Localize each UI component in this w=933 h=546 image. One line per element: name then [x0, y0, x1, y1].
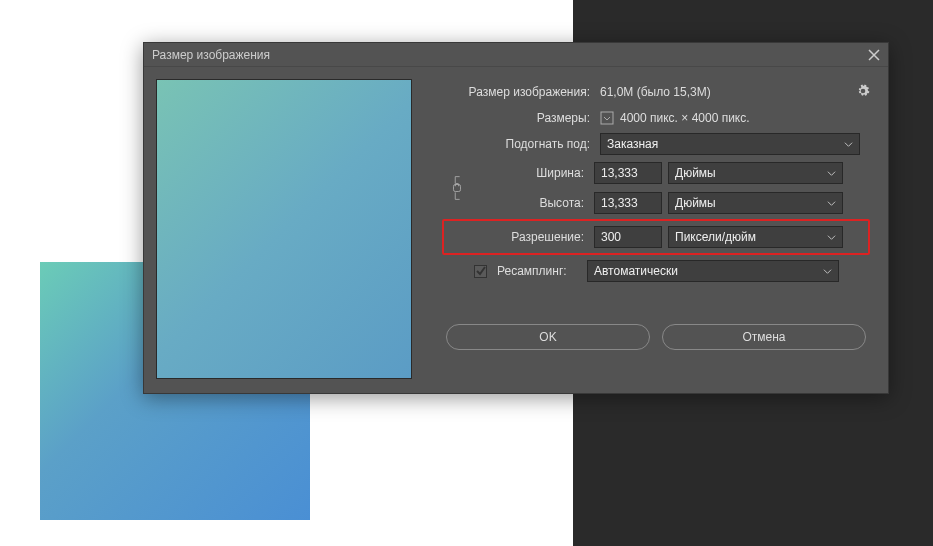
- resolution-highlight: Разрешение: 300 Пиксели/дюйм: [442, 219, 870, 255]
- fit-to-label: Подогнать под:: [442, 137, 594, 151]
- image-size-dialog: Размер изображения Размер изображения: 6…: [143, 42, 889, 394]
- resolution-label: Разрешение:: [448, 230, 588, 244]
- svg-rect-0: [601, 112, 613, 124]
- chevron-down-icon: [827, 233, 836, 242]
- chevron-down-icon: [823, 267, 832, 276]
- resample-method-select[interactable]: Автоматически: [587, 260, 839, 282]
- fit-to-value: Заказная: [607, 137, 658, 151]
- preview-pane: [144, 67, 424, 393]
- constrain-proportions-icon[interactable]: [442, 174, 472, 202]
- resample-checkbox[interactable]: [474, 265, 487, 278]
- dialog-title: Размер изображения: [152, 48, 868, 62]
- dialog-titlebar: Размер изображения: [144, 43, 888, 67]
- chevron-down-icon: [827, 169, 836, 178]
- close-icon[interactable]: [868, 49, 880, 61]
- chevron-down-icon: [827, 199, 836, 208]
- form-pane: Размер изображения: 61,0M (было 15,3M) Р…: [424, 67, 888, 393]
- image-size-label: Размер изображения:: [442, 85, 594, 99]
- image-size-value: 61,0M (было 15,3M): [600, 85, 711, 99]
- width-unit-select[interactable]: Дюймы: [668, 162, 843, 184]
- resolution-unit-select[interactable]: Пиксели/дюйм: [668, 226, 843, 248]
- width-input[interactable]: 13,333: [594, 162, 662, 184]
- width-label: Ширина:: [472, 166, 588, 180]
- svg-rect-1: [454, 185, 461, 192]
- dimensions-dropdown-icon[interactable]: [600, 111, 614, 125]
- height-input[interactable]: 13,333: [594, 192, 662, 214]
- resolution-input[interactable]: 300: [594, 226, 662, 248]
- cancel-button[interactable]: Отмена: [662, 324, 866, 350]
- ok-button[interactable]: OK: [446, 324, 650, 350]
- preview-image: [156, 79, 412, 379]
- dimensions-value: 4000 пикс. × 4000 пикс.: [620, 111, 750, 125]
- settings-gear-icon[interactable]: [856, 84, 870, 101]
- height-label: Высота:: [472, 196, 588, 210]
- height-unit-select[interactable]: Дюймы: [668, 192, 843, 214]
- fit-to-select[interactable]: Заказная: [600, 133, 860, 155]
- resample-label: Ресамплинг:: [497, 264, 581, 278]
- chevron-down-icon: [844, 140, 853, 149]
- dimensions-label: Размеры:: [442, 111, 594, 125]
